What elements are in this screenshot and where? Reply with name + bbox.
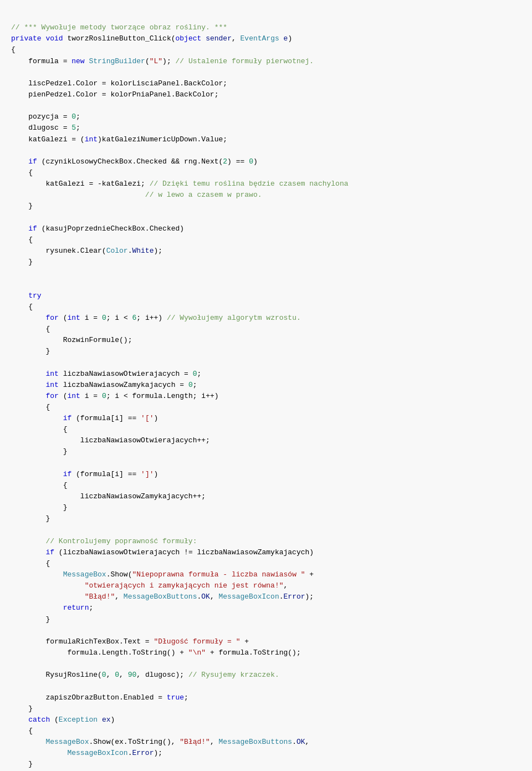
code-block: // *** Wywołuje metody tworzące obraz ro… xyxy=(11,11,510,771)
code-container: // *** Wywołuje metody tworzące obraz ro… xyxy=(0,0,532,771)
